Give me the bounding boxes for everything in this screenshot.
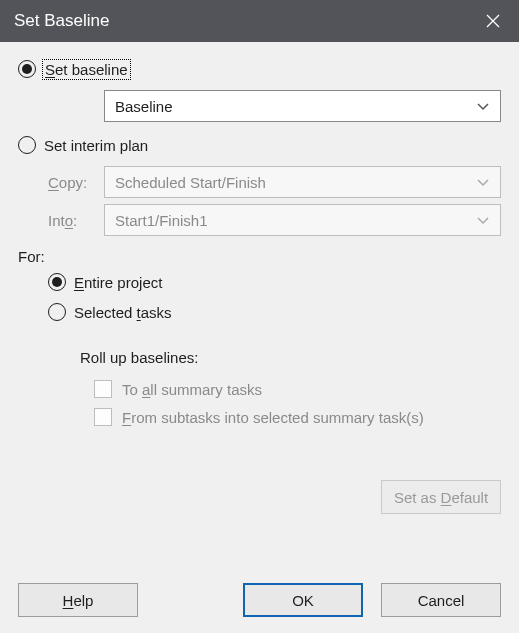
radio-entire-project[interactable]: Entire project [48,273,501,291]
for-label: For: [18,248,501,265]
rollup-title: Roll up baselines: [80,349,501,366]
radio-icon [18,60,36,78]
radio-entire-project-label: Entire project [74,274,162,291]
set-as-default-button: Set as Default [381,480,501,514]
baseline-select-value: Baseline [115,98,173,115]
copy-select-value: Scheduled Start/Finish [115,174,266,191]
dialog-title: Set Baseline [14,11,467,31]
radio-icon [48,273,66,291]
radio-set-interim[interactable]: Set interim plan [18,136,501,154]
rollup-group: Roll up baselines: To all summary tasks … [18,349,501,436]
check-all-summary: To all summary tasks [94,380,501,398]
into-row: Into: Start1/Finish1 [48,204,501,236]
help-button[interactable]: Help [18,583,138,617]
radio-icon [18,136,36,154]
radio-set-interim-label: Set interim plan [44,137,148,154]
check-from-subtasks: From subtasks into selected summary task… [94,408,501,426]
check-from-subtasks-label: From subtasks into selected summary task… [122,409,424,426]
dialog-window: Set Baseline Set baseline Baseline Set i… [0,0,519,633]
baseline-select-row: Baseline [18,90,501,122]
check-all-summary-label: To all summary tasks [122,381,262,398]
ok-button[interactable]: OK [243,583,363,617]
radio-set-baseline[interactable]: Set baseline [18,60,501,78]
radio-selected-tasks-label: Selected tasks [74,304,172,321]
dialog-content: Set baseline Baseline Set interim plan C… [0,42,519,633]
copy-label: Copy: [48,174,104,191]
into-select-value: Start1/Finish1 [115,212,208,229]
default-row: Set as Default [18,480,501,514]
into-label: Into: [48,212,104,229]
cancel-button[interactable]: Cancel [381,583,501,617]
chevron-down-icon [476,174,490,191]
chevron-down-icon [476,98,490,115]
into-select: Start1/Finish1 [104,204,501,236]
close-icon [486,14,500,28]
button-row: Help OK Cancel [18,559,501,617]
radio-set-baseline-label: Set baseline [44,61,129,78]
checkbox-icon [94,408,112,426]
for-group: Entire project Selected tasks [18,273,501,333]
interim-group: Copy: Scheduled Start/Finish Into: Start… [18,160,501,242]
copy-row: Copy: Scheduled Start/Finish [48,166,501,198]
baseline-select[interactable]: Baseline [104,90,501,122]
chevron-down-icon [476,212,490,229]
copy-select: Scheduled Start/Finish [104,166,501,198]
close-button[interactable] [467,0,519,42]
checkbox-icon [94,380,112,398]
radio-selected-tasks[interactable]: Selected tasks [48,303,501,321]
radio-icon [48,303,66,321]
titlebar: Set Baseline [0,0,519,42]
